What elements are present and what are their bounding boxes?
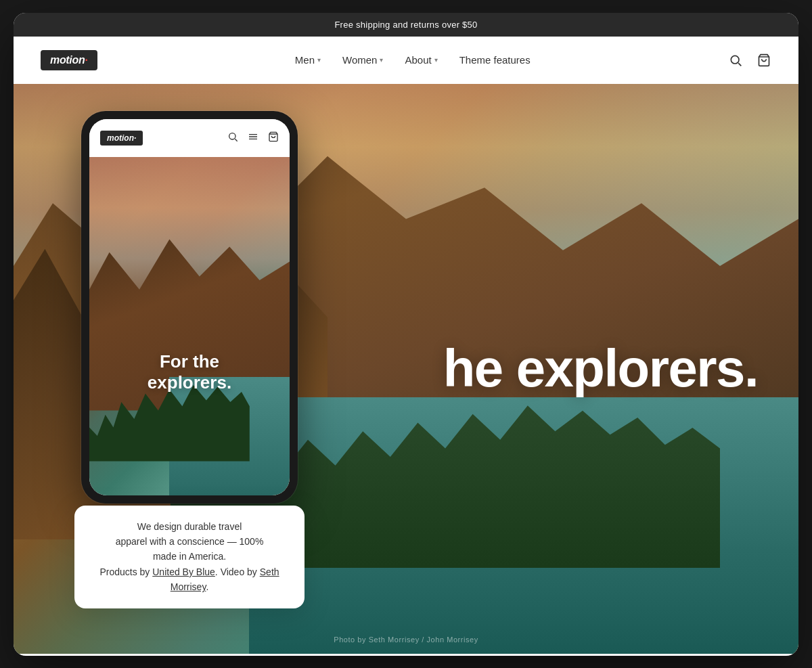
browser-frame: Free shipping and returns over $50 motio… <box>14 13 798 656</box>
nav-label-men: Men <box>295 54 315 66</box>
nav-label-about: About <box>405 54 431 66</box>
search-button[interactable] <box>728 53 743 68</box>
hero-footer-attribution: Photo by Seth Morrisey / John Morrisey <box>334 636 478 644</box>
mobile-nav: motion· <box>89 119 290 157</box>
mobile-search-icon[interactable] <box>227 131 238 145</box>
mobile-title-line1: For the <box>103 351 276 372</box>
mobile-menu-icon[interactable] <box>248 131 258 145</box>
mobile-screen: motion· <box>89 119 290 495</box>
logo-dot: · <box>85 54 87 66</box>
announcement-bar: Free shipping and returns over $50 <box>14 13 798 37</box>
tooltip-link-united[interactable]: United By Blue <box>152 566 215 577</box>
mobile-logo[interactable]: motion· <box>100 131 143 146</box>
hero-title: he explorers. <box>443 340 758 398</box>
hero-text-desktop: he explorers. <box>443 340 758 398</box>
svg-line-4 <box>235 139 237 141</box>
announcement-text: Free shipping and returns over $50 <box>334 20 477 30</box>
hero-section: he explorers. Photo by Seth Morrisey / J… <box>14 84 798 654</box>
nav-icons <box>728 53 771 68</box>
nav-link-about[interactable]: About ▾ <box>405 54 437 66</box>
hero-title-text: he explorers. <box>443 338 758 398</box>
mobile-nav-icons <box>227 131 279 145</box>
nav-link-women[interactable]: Women ▾ <box>342 54 383 66</box>
nav-link-men[interactable]: Men ▾ <box>295 54 321 66</box>
nav-link-theme[interactable]: Theme features <box>459 54 531 66</box>
nav-label-women: Women <box>342 54 377 66</box>
mobile-tooltip: We design durable travel apparel with a … <box>74 506 304 608</box>
nav-links: Men ▾ Women ▾ About ▾ Theme features <box>295 54 531 66</box>
tooltip-content: We design durable travel apparel with a … <box>91 519 288 595</box>
svg-point-3 <box>229 133 235 139</box>
nav-label-theme: Theme features <box>459 54 531 66</box>
svg-line-1 <box>738 63 741 66</box>
logo-text: motion <box>50 54 85 66</box>
main-nav: motion· Men ▾ Women ▾ About ▾ Theme feat… <box>14 37 798 84</box>
mobile-hero-text: For the explorers. <box>89 351 290 393</box>
svg-point-0 <box>731 55 739 64</box>
mobile-hero: For the explorers. <box>89 157 290 495</box>
chevron-icon-women: ▾ <box>380 56 383 64</box>
mobile-frame: motion· <box>81 111 298 504</box>
mobile-cart-icon[interactable] <box>268 131 279 145</box>
chevron-icon-men: ▾ <box>317 56 321 64</box>
mobile-device-mockup: motion· <box>81 111 298 551</box>
desktop-logo[interactable]: motion· <box>41 50 97 70</box>
attribution-text: Photo by Seth Morrisey / John Morrisey <box>334 636 478 644</box>
mobile-logo-text: motion· <box>107 133 136 143</box>
mobile-hero-title: For the explorers. <box>103 351 276 393</box>
chevron-icon-about: ▾ <box>434 56 438 64</box>
cart-button[interactable] <box>757 53 771 68</box>
mobile-title-line2: explorers. <box>103 372 276 393</box>
